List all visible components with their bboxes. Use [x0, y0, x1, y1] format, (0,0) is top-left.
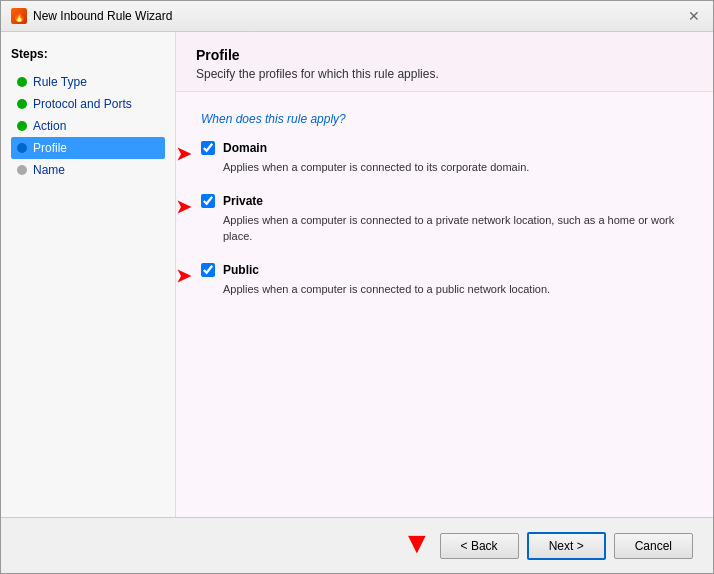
- step-dot-profile: [17, 143, 27, 153]
- private-description: Applies when a computer is connected to …: [223, 212, 688, 245]
- step-label-rule-type: Rule Type: [33, 75, 87, 89]
- question-text: When does this rule apply?: [201, 112, 688, 126]
- private-option: ➤ Private Applies when a computer is con…: [201, 194, 688, 245]
- close-button[interactable]: ✕: [685, 7, 703, 25]
- sidebar-item-action[interactable]: Action: [11, 115, 165, 137]
- sidebar-item-profile[interactable]: Profile: [11, 137, 165, 159]
- main-panel: Profile Specify the profiles for which t…: [176, 32, 713, 517]
- step-dot-rule-type: [17, 77, 27, 87]
- public-description: Applies when a computer is connected to …: [223, 281, 688, 298]
- domain-checkbox[interactable]: [201, 141, 215, 155]
- private-arrow: ➤: [176, 196, 191, 218]
- step-dot-protocol-ports: [17, 99, 27, 109]
- step-label-protocol-ports: Protocol and Ports: [33, 97, 132, 111]
- private-checkbox[interactable]: [201, 194, 215, 208]
- down-arrow-icon: ▼: [402, 528, 432, 558]
- main-body: When does this rule apply? ➤ Domain Appl…: [176, 92, 713, 517]
- sidebar-item-protocol-ports[interactable]: Protocol and Ports: [11, 93, 165, 115]
- domain-label: Domain: [223, 141, 267, 155]
- step-label-name: Name: [33, 163, 65, 177]
- dialog-window: 🔥 New Inbound Rule Wizard ✕ Steps: Rule …: [0, 0, 714, 574]
- window-icon: 🔥: [11, 8, 27, 24]
- sidebar: Steps: Rule Type Protocol and Ports Acti…: [1, 32, 176, 517]
- step-dot-name: [17, 165, 27, 175]
- public-arrow: ➤: [176, 265, 191, 287]
- private-row: Private: [201, 194, 688, 208]
- domain-arrow: ➤: [176, 143, 191, 165]
- main-header: Profile Specify the profiles for which t…: [176, 32, 713, 92]
- public-option: ➤ Public Applies when a computer is conn…: [201, 263, 688, 298]
- cancel-button[interactable]: Cancel: [614, 533, 693, 559]
- title-bar: 🔥 New Inbound Rule Wizard ✕: [1, 1, 713, 32]
- domain-description: Applies when a computer is connected to …: [223, 159, 688, 176]
- page-subtitle: Specify the profiles for which this rule…: [196, 67, 693, 81]
- page-title: Profile: [196, 47, 693, 63]
- public-label: Public: [223, 263, 259, 277]
- content-area: Steps: Rule Type Protocol and Ports Acti…: [1, 32, 713, 517]
- step-label-action: Action: [33, 119, 66, 133]
- public-checkbox[interactable]: [201, 263, 215, 277]
- next-button[interactable]: Next >: [527, 532, 606, 560]
- back-button[interactable]: < Back: [440, 533, 519, 559]
- public-row: Public: [201, 263, 688, 277]
- domain-row: Domain: [201, 141, 688, 155]
- domain-option: ➤ Domain Applies when a computer is conn…: [201, 141, 688, 176]
- next-arrow-indicator: ▼: [402, 528, 432, 558]
- next-arrow-area: ▼: [402, 528, 432, 563]
- steps-label: Steps:: [11, 47, 165, 61]
- step-dot-action: [17, 121, 27, 131]
- title-bar-left: 🔥 New Inbound Rule Wizard: [11, 8, 172, 24]
- sidebar-item-name[interactable]: Name: [11, 159, 165, 181]
- sidebar-item-rule-type[interactable]: Rule Type: [11, 71, 165, 93]
- step-label-profile: Profile: [33, 141, 67, 155]
- window-title: New Inbound Rule Wizard: [33, 9, 172, 23]
- footer: ▼ < Back Next > Cancel: [1, 517, 713, 573]
- private-label: Private: [223, 194, 263, 208]
